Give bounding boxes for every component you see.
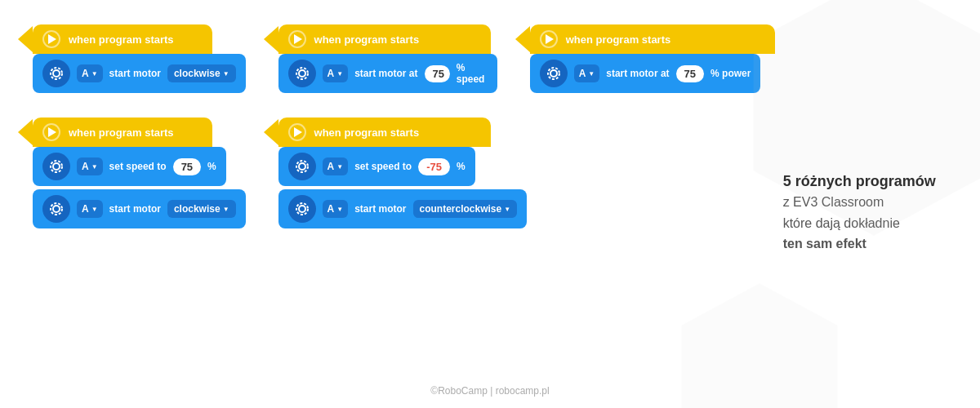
block-4: when program starts A ▼ set speed to 7 <box>33 118 246 228</box>
dropdown-arrow-1: ▼ <box>91 70 98 78</box>
play-icon-4 <box>42 123 60 141</box>
gear-svg-5a <box>294 158 310 175</box>
gear-svg-4a <box>48 158 65 175</box>
pct-text-4a: % <box>207 161 216 172</box>
play-triangle-2 <box>294 34 302 44</box>
port-label-5a: A <box>327 161 335 172</box>
play-icon-2 <box>288 30 306 48</box>
port-select-1[interactable]: A ▼ <box>77 64 103 82</box>
direction-label-1: clockwise <box>174 68 220 79</box>
dropdown-arrow-5b: ▼ <box>336 206 343 213</box>
row-2: when program starts A ▼ set speed to 7 <box>33 118 775 228</box>
direction-arrow-1: ▼ <box>223 70 229 78</box>
block-2: when program starts A ▼ start motor at <box>278 24 497 93</box>
port-label-1: A <box>82 68 89 79</box>
dropdown-arrow-4a: ▼ <box>91 163 98 171</box>
play-icon-1 <box>42 30 60 48</box>
gear-icon-4a <box>42 153 70 180</box>
start-motor-at-text-3: start motor at <box>606 68 669 79</box>
port-select-5b[interactable]: A ▼ <box>323 200 349 218</box>
when-label-4: when program starts <box>69 126 174 139</box>
port-label-2: A <box>327 68 335 79</box>
value-bubble-4a: 75 <box>173 158 201 175</box>
pct-speed-text-2: % speed <box>457 62 488 85</box>
play-triangle-5 <box>294 127 302 137</box>
when-label-5: when program starts <box>314 126 420 139</box>
when-label-3: when program starts <box>566 33 671 46</box>
gear-icon-5b <box>288 195 316 223</box>
port-label-5b: A <box>327 203 335 215</box>
gear-icon-2 <box>288 60 316 87</box>
value-bubble-5a: -75 <box>418 158 450 175</box>
port-select-3[interactable]: A ▼ <box>574 64 600 82</box>
set-speed-text-5a: set speed to <box>354 161 412 172</box>
action-bar-5a: A ▼ set speed to -75 % <box>278 147 475 186</box>
play-icon-5 <box>288 123 306 141</box>
footer-text: ©RoboCamp | robocamp.pl <box>430 385 549 397</box>
dropdown-arrow-2: ▼ <box>336 70 343 78</box>
dropdown-arrow-5a: ▼ <box>336 163 343 171</box>
gear-icon-3 <box>540 60 568 87</box>
svg-point-8 <box>53 163 60 170</box>
when-starts-bar-2: when program starts <box>278 24 491 54</box>
gear-svg-5b <box>294 201 310 217</box>
svg-point-6 <box>550 70 557 77</box>
svg-marker-1 <box>682 283 838 408</box>
svg-point-12 <box>299 163 305 170</box>
direction-arrow-5b: ▼ <box>504 206 510 213</box>
direction-label-5b: counterclockwise <box>420 203 502 215</box>
action-bar-3: A ▼ start motor at 75 % power <box>530 54 761 93</box>
svg-marker-0 <box>754 0 980 236</box>
when-starts-bar-4: when program starts <box>33 118 212 147</box>
svg-point-10 <box>53 206 60 212</box>
gear-svg-1 <box>48 65 65 82</box>
value-bubble-3: 75 <box>676 65 704 82</box>
action-bar-4b: A ▼ start motor clockwise ▼ <box>33 189 246 228</box>
direction-arrow-4b: ▼ <box>223 206 229 213</box>
when-starts-bar-5: when program starts <box>278 118 491 147</box>
action-bar-4a: A ▼ set speed to 75 % <box>33 147 226 186</box>
direction-select-5b[interactable]: counterclockwise ▼ <box>413 200 518 218</box>
when-label-2: when program starts <box>314 33 420 46</box>
port-select-4a[interactable]: A ▼ <box>77 157 103 175</box>
when-starts-bar-1: when program starts <box>33 24 212 54</box>
when-starts-bar-3: when program starts <box>530 24 775 54</box>
gear-icon-4b <box>42 195 70 223</box>
port-select-2[interactable]: A ▼ <box>323 64 349 82</box>
action-bar-5b: A ▼ start motor counterclockwise ▼ <box>278 189 528 228</box>
row-1: when program starts A ▼ start motor <box>33 24 775 93</box>
gear-svg-4b <box>48 201 65 217</box>
port-select-4b[interactable]: A ▼ <box>77 200 103 218</box>
dropdown-arrow-3: ▼ <box>588 70 595 78</box>
bg-hexagon-2 <box>670 277 849 408</box>
value-bubble-2: 75 <box>425 65 450 82</box>
start-motor-at-text-2: start motor at <box>354 68 417 79</box>
gear-icon-5a <box>288 153 316 180</box>
play-triangle-1 <box>48 34 56 44</box>
direction-select-1[interactable]: clockwise ▼ <box>167 64 236 82</box>
action-bar-2: A ▼ start motor at 75 % speed <box>278 54 497 93</box>
gear-svg-3 <box>546 65 562 82</box>
port-label-4b: A <box>82 203 89 215</box>
svg-point-4 <box>299 70 305 77</box>
action-bar-1: A ▼ start motor clockwise ▼ <box>33 54 246 93</box>
start-motor-text-5b: start motor <box>354 203 406 215</box>
dropdown-arrow-4b: ▼ <box>91 206 98 213</box>
play-icon-3 <box>540 30 558 48</box>
direction-select-4b[interactable]: clockwise ▼ <box>167 200 236 218</box>
footer: ©RoboCamp | robocamp.pl <box>430 385 549 397</box>
svg-point-2 <box>53 70 60 77</box>
port-select-5a[interactable]: A ▼ <box>323 157 349 175</box>
gear-svg-2 <box>294 65 310 82</box>
start-motor-text-1: start motor <box>109 68 161 79</box>
when-label-1: when program starts <box>69 33 174 46</box>
blocks-area: when program starts A ▼ start motor <box>33 24 775 228</box>
gear-icon-1 <box>42 60 70 87</box>
play-triangle-3 <box>546 34 554 44</box>
port-label-4a: A <box>82 161 89 172</box>
port-label-3: A <box>579 68 586 79</box>
start-motor-text-4b: start motor <box>109 203 161 215</box>
block-5: when program starts A ▼ set speed to - <box>278 118 528 228</box>
set-speed-text-4a: set speed to <box>109 161 167 172</box>
play-triangle-4 <box>48 127 56 137</box>
